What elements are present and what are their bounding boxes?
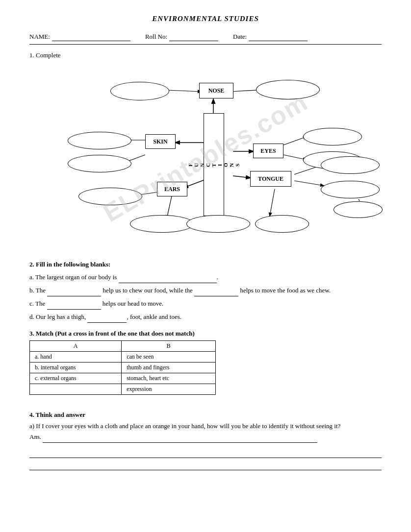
table-row: c. external organsstomach, heart etc	[30, 373, 216, 384]
match-col-a: a. hand	[30, 352, 122, 363]
header-row: NAME: Roll No: Date:	[29, 33, 382, 41]
tongue-oval-1	[321, 156, 380, 174]
svg-line-16	[270, 189, 275, 216]
functions-label: FUNCTIONS	[187, 162, 240, 168]
table-row: b. internal organsthumb and fingers	[30, 363, 216, 373]
name-field: NAME:	[29, 33, 130, 41]
match-col-b: stomach, heart etc	[122, 373, 216, 384]
roll-label: Roll No:	[145, 33, 167, 41]
center-bottom-oval	[186, 215, 250, 233]
match-table: A B a. handcan be seenb. internal organs…	[29, 340, 216, 395]
date-label: Date:	[233, 33, 247, 41]
diagram-container: ELPrintables.com	[29, 64, 382, 250]
bottom-lines	[29, 458, 382, 470]
name-label: NAME:	[29, 33, 50, 41]
svg-line-4	[233, 176, 250, 178]
match-col-b: expression	[122, 384, 216, 395]
q3-section: 3. Match (Put a cross in front of the on…	[29, 330, 382, 395]
functions-box: FUNCTIONS	[204, 113, 224, 216]
q3-label: 3. Match (Put a cross in front of the on…	[29, 330, 195, 337]
eyes-box: EYES	[253, 144, 283, 158]
skin-oval-1	[68, 132, 131, 149]
q2-section: 2. Fill in the following blanks: a. The …	[29, 259, 382, 323]
table-row: a. handcan be seen	[30, 352, 216, 363]
match-col-a: b. internal organs	[30, 363, 122, 373]
nose-box: NOSE	[199, 83, 233, 98]
table-row: expression	[30, 384, 216, 395]
nose-oval-left	[110, 82, 169, 100]
page-title: ENVIRONMENTAL STUDIES	[29, 15, 382, 23]
nose-oval-right	[256, 80, 320, 99]
skin-box: SKIN	[145, 134, 176, 149]
ears-oval-1	[78, 188, 142, 205]
q4-label: 4. Think and answer	[29, 411, 85, 418]
bottom-line-2	[29, 470, 382, 470]
date-field: Date:	[233, 33, 308, 41]
q2-item-c: c. The helps our head to move.	[29, 298, 382, 310]
match-col-b: thumb and fingers	[122, 363, 216, 373]
q2-item-b: b. The help us to chew our food, while t…	[29, 285, 382, 296]
tongue-box: TONGUE	[250, 171, 291, 187]
match-col-a: c. external organs	[30, 373, 122, 384]
roll-input-line	[169, 33, 218, 41]
skin-oval-2	[68, 155, 131, 172]
q2-item-d: d. Our leg has a thigh, , foot, ankle an…	[29, 312, 382, 323]
header-divider	[29, 44, 382, 45]
ears-box: EARS	[157, 182, 187, 196]
ears-label: EARS	[164, 186, 180, 193]
tongue-oval-2	[321, 181, 380, 198]
q4-ans: Ans.	[29, 432, 382, 443]
q2-label: 2. Fill in the following blanks:	[29, 261, 110, 268]
q1-label: 1. Complete	[29, 51, 382, 59]
col-a-header: A	[30, 341, 122, 352]
match-col-b: can be seen	[122, 352, 216, 363]
tongue-oval-3	[334, 201, 383, 218]
q2-item-a: a. The largest organ of our body is .	[29, 272, 382, 283]
name-input-line	[52, 33, 130, 41]
match-col-a	[30, 384, 122, 395]
skin-label: SKIN	[153, 138, 167, 145]
eyes-label: EYES	[260, 147, 276, 155]
eyes-oval-1	[303, 128, 362, 145]
ears-oval-2	[130, 215, 194, 233]
svg-line-14	[294, 181, 324, 186]
roll-field: Roll No:	[145, 33, 218, 41]
q4-section: 4. Think and answer a) If I cover your e…	[29, 410, 382, 442]
nose-label: NOSE	[208, 87, 225, 95]
bottom-line-1	[29, 458, 382, 458]
col-b-header: B	[122, 341, 216, 352]
tongue-label: TONGUE	[258, 175, 283, 183]
q4-question: a) If I cover your eyes with a cloth and…	[29, 421, 382, 432]
tongue-oval-4	[255, 215, 309, 233]
date-input-line	[249, 33, 308, 41]
